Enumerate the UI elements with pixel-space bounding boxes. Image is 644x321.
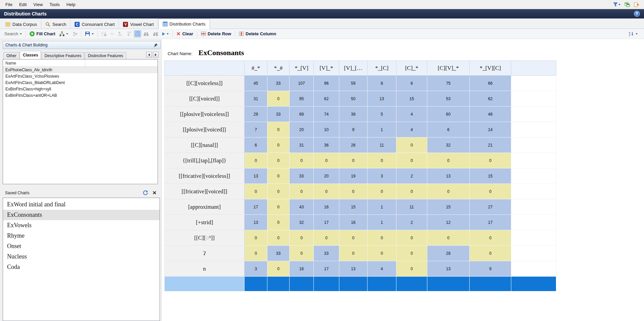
value-cell[interactable]: 9 [339,122,368,137]
value-cell[interactable]: 13 [427,261,470,277]
export-icon[interactable] [634,2,639,7]
value-cell[interactable]: 6 [427,122,470,137]
value-cell[interactable]: 1 [368,215,396,230]
value-cell[interactable]: 33 [314,246,339,261]
toolbar-search-button[interactable]: Search [3,30,24,37]
value-cell[interactable]: 17 [314,215,339,230]
value-cell[interactable]: 95 [290,91,314,107]
value-cell[interactable]: 15 [470,168,511,184]
column-header[interactable]: [C]_* [396,61,427,76]
show-grid-toggle[interactable] [134,30,141,37]
value-cell[interactable]: 15 [427,199,470,215]
column-header[interactable]: *_# [267,61,290,76]
windows-icon[interactable] [625,2,630,7]
class-list-item[interactable]: ExBinFtrsClass+antOR+LAB [3,92,158,99]
value-cell[interactable]: 53 [427,91,470,107]
bottom-row-cell[interactable] [470,277,511,291]
value-cell[interactable]: 0 [396,137,427,153]
value-cell[interactable]: 13 [245,168,267,184]
column-header[interactable]: [V]_* [314,61,339,76]
row-header[interactable]: {[trill],[tap],[flap]} [165,153,245,168]
value-cell[interactable]: 69 [290,107,314,122]
ignore-tone-button[interactable]: ~ [109,31,115,37]
column-header[interactable]: [C][V]_* [427,61,470,76]
value-cell[interactable]: 107 [290,76,314,91]
value-cell[interactable]: 2 [396,168,427,184]
row-header[interactable]: [[plosive][voiceless]] [165,107,245,122]
value-cell[interactable]: 13 [245,215,267,230]
bottom-row-cell[interactable] [396,277,427,291]
value-cell[interactable]: 29 [245,107,267,122]
value-cell[interactable]: 27 [470,199,511,215]
tab-vowel-chart[interactable]: V Vowel Chart [119,20,158,29]
value-cell[interactable]: 33 [267,76,290,91]
value-cell[interactable]: 17 [314,261,339,277]
tab-consonant-chart[interactable]: C Consonant Chart [71,20,119,29]
find-binoculars-icon[interactable] [142,31,151,37]
menu-tools[interactable]: Tools [46,0,63,9]
value-cell[interactable]: 0 [245,184,267,199]
remove-chart-button[interactable] [100,31,108,37]
value-cell[interactable]: 0 [396,184,427,199]
value-cell[interactable]: 16 [339,215,368,230]
bottom-row-cell[interactable] [314,277,339,291]
value-cell[interactable]: 0 [267,168,290,184]
class-list-item[interactable]: ExArtFtrsClass_VclssPlosives [3,73,158,80]
value-cell[interactable]: 6 [245,137,267,153]
value-cell[interactable]: 62 [470,91,511,107]
value-cell[interactable]: 96 [314,76,339,91]
value-cell[interactable]: 0 [267,137,290,153]
value-cell[interactable]: 10 [314,122,339,137]
class-list-item[interactable]: ExBinFtrsClass+high+syll [3,86,158,92]
menu-file[interactable]: File [2,0,16,9]
play-search-button[interactable] [161,31,170,37]
value-cell[interactable]: 8 [368,76,396,91]
bottom-row-header-cell[interactable] [165,277,245,291]
value-cell[interactable]: 19 [339,168,368,184]
column-header[interactable]: *_[V] [290,61,314,76]
value-cell[interactable]: 0 [267,122,290,137]
value-cell[interactable]: 17 [245,199,267,215]
value-cell[interactable]: 3 [368,168,396,184]
value-cell[interactable]: 0 [470,246,511,261]
value-cell[interactable]: 32 [427,137,470,153]
value-cell[interactable]: 21 [470,137,511,153]
close-icon[interactable]: ✕ [152,191,157,195]
value-cell[interactable]: 38 [339,107,368,122]
value-cell[interactable]: 0 [267,215,290,230]
saved-chart-item[interactable]: ExWord initial and final [3,199,160,210]
value-cell[interactable]: 16 [314,199,339,215]
row-header[interactable]: [[C][voiceless]] [165,76,245,91]
row-header[interactable]: [[plosive][voiced]] [165,122,245,137]
value-cell[interactable]: 0 [339,246,368,261]
value-cell[interactable]: 0 [396,261,427,277]
value-cell[interactable]: 15 [396,91,427,107]
column-header[interactable]: *_[C] [368,61,396,76]
value-cell[interactable]: 0 [245,153,267,168]
value-cell[interactable]: 0 [245,246,267,261]
value-cell[interactable]: 13 [427,168,470,184]
menu-help[interactable]: Help [63,0,79,9]
value-cell[interactable]: 50 [339,91,368,107]
value-cell[interactable]: 28 [427,246,470,261]
delete-column-button[interactable]: Delete Column [237,30,278,37]
value-cell[interactable]: 0 [427,230,470,246]
value-cell[interactable]: 3 [245,261,267,277]
classes-name-column-header[interactable]: Name [3,59,85,67]
value-cell[interactable]: 13 [368,91,396,107]
menu-edit[interactable]: Edit [16,0,30,9]
bottom-row-cell[interactable] [339,277,368,291]
value-cell[interactable]: 0 [470,230,511,246]
value-cell[interactable]: 0 [368,230,396,246]
refresh-icon[interactable] [143,190,148,196]
column-header[interactable]: *_[V][C] [470,61,511,76]
bottom-row-cell[interactable] [511,277,556,291]
value-cell[interactable]: 0 [427,184,470,199]
value-cell[interactable]: 0 [267,153,290,168]
bottom-row-cell[interactable] [427,277,470,291]
value-cell[interactable]: 0 [245,230,267,246]
value-cell[interactable]: 31 [290,137,314,153]
value-cell[interactable]: 0 [396,246,427,261]
value-cell[interactable]: 43 [290,199,314,215]
value-cell[interactable]: 4 [396,122,427,137]
